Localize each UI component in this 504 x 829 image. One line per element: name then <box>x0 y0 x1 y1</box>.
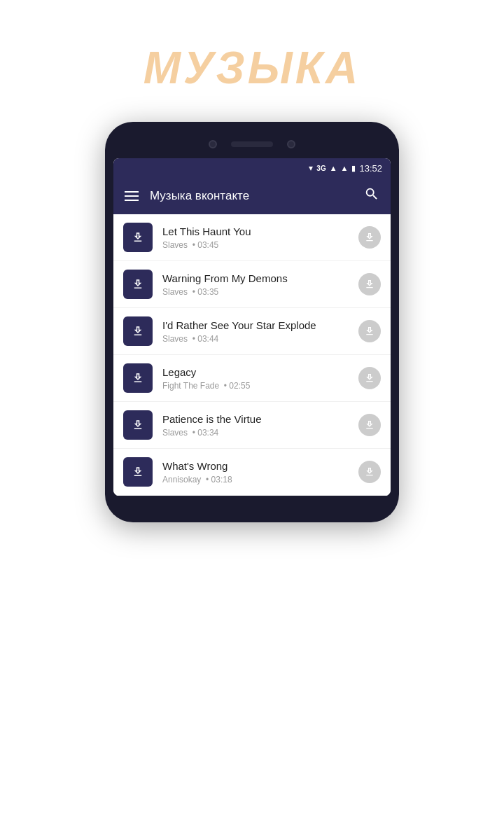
phone-screen: ▾ 3G ▲ ▲ ▮ 13:52 Музыка вконтакте <box>113 158 391 496</box>
song-title: Patience is the Virtue <box>162 413 349 425</box>
download-button[interactable] <box>123 316 153 346</box>
song-title: Let This Haunt You <box>162 225 349 237</box>
add-button[interactable] <box>358 273 381 295</box>
song-item: Let This Haunt You Slaves • 03:45 <box>113 214 391 261</box>
signal-icon-2: ▲ <box>341 164 349 172</box>
song-meta: Slaves • 03:44 <box>162 334 349 344</box>
song-meta: Slaves • 03:45 <box>162 240 349 250</box>
song-item: Warning From My Demons Slaves • 03:35 <box>113 261 391 308</box>
song-item: I'd Rather See Your Star Explode Slaves … <box>113 308 391 355</box>
phone-mockup: ▾ 3G ▲ ▲ ▮ 13:52 Музыка вконтакте <box>105 122 399 522</box>
hamburger-menu-button[interactable] <box>125 191 139 201</box>
song-title: Legacy <box>162 366 349 378</box>
song-meta: Slaves • 03:34 <box>162 428 349 438</box>
download-button[interactable] <box>123 410 153 440</box>
add-button[interactable] <box>358 461 381 483</box>
song-title: I'd Rather See Your Star Explode <box>162 319 349 331</box>
song-info: I'd Rather See Your Star Explode Slaves … <box>162 319 349 344</box>
phone-bottom-bar <box>113 496 391 510</box>
network-type: 3G <box>316 165 326 172</box>
song-info: Patience is the Virtue Slaves • 03:34 <box>162 413 349 438</box>
song-list: Let This Haunt You Slaves • 03:45 Warnin… <box>113 214 391 496</box>
song-meta: Fight The Fade • 02:55 <box>162 381 349 391</box>
song-meta: Slaves • 03:35 <box>162 287 349 297</box>
song-info: Let This Haunt You Slaves • 03:45 <box>162 225 349 250</box>
status-bar: ▾ 3G ▲ ▲ ▮ 13:52 <box>113 158 391 178</box>
download-button[interactable] <box>123 270 153 299</box>
song-meta: Annisokay • 03:18 <box>162 475 349 485</box>
phone-speaker <box>231 141 273 147</box>
song-info: Legacy Fight The Fade • 02:55 <box>162 366 349 391</box>
song-title: What's Wrong <box>162 460 349 472</box>
front-sensor <box>287 140 295 148</box>
signal-icon: ▲ <box>330 164 337 172</box>
download-button[interactable] <box>123 457 153 487</box>
page-title: МУЗЫКА <box>144 42 361 94</box>
song-item: Legacy Fight The Fade • 02:55 <box>113 355 391 402</box>
add-button[interactable] <box>358 226 381 249</box>
status-time: 13:52 <box>359 163 382 174</box>
add-button[interactable] <box>358 320 381 342</box>
status-icons: ▾ 3G ▲ ▲ ▮ 13:52 <box>309 163 382 174</box>
song-info: What's Wrong Annisokay • 03:18 <box>162 460 349 485</box>
search-button[interactable] <box>364 186 379 206</box>
phone-top-bar <box>113 134 391 158</box>
app-bar: Музыка вконтакте <box>113 178 391 214</box>
front-camera <box>209 140 217 148</box>
song-info: Warning From My Demons Slaves • 03:35 <box>162 272 349 297</box>
app-bar-title: Музыка вконтакте <box>150 189 364 203</box>
song-title: Warning From My Demons <box>162 272 349 284</box>
song-item: Patience is the Virtue Slaves • 03:34 <box>113 402 391 449</box>
wifi-icon: ▾ <box>309 163 313 173</box>
download-button[interactable] <box>123 363 153 393</box>
battery-icon: ▮ <box>351 164 356 173</box>
add-button[interactable] <box>358 367 381 389</box>
add-button[interactable] <box>358 414 381 436</box>
download-button[interactable] <box>123 223 153 252</box>
song-item: What's Wrong Annisokay • 03:18 <box>113 449 391 496</box>
